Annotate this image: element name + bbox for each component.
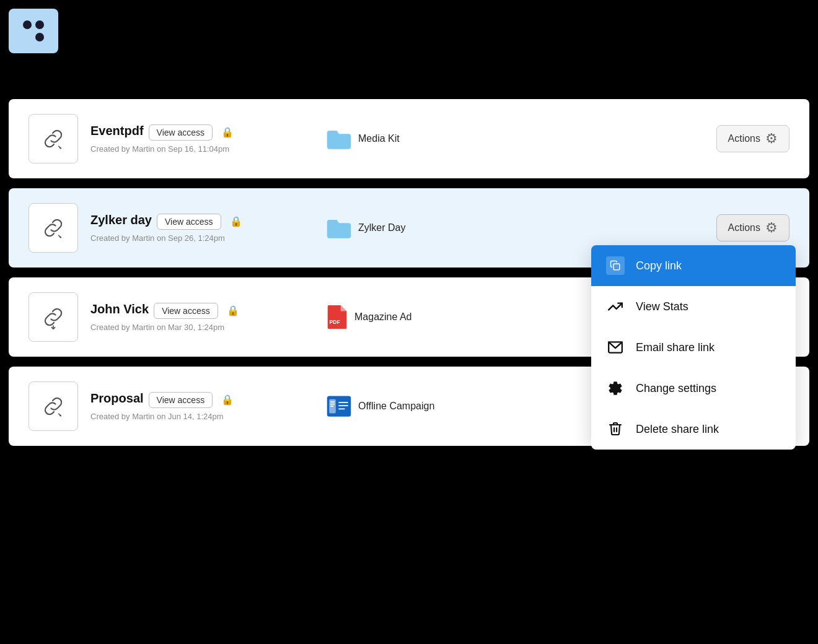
row-info: Proposal View access 🔒 Created by Martin… <box>90 391 289 421</box>
link-icon-box <box>29 292 78 342</box>
link-icon <box>40 304 66 330</box>
row-title: John Vick <box>90 302 149 316</box>
logo-dot-2 <box>35 20 44 29</box>
folder-icon <box>326 217 352 238</box>
main-content: Eventpdf View access 🔒 Created by Martin… <box>9 99 809 456</box>
folder-name: Media Kit <box>358 133 400 144</box>
svg-point-5 <box>59 415 61 417</box>
pdf-icon: PDF <box>326 304 348 330</box>
row-info: John Vick View access 🔒 Created by Marti… <box>90 302 289 332</box>
row-meta: Created by Martin on Jun 14, 1:24pm <box>90 412 289 421</box>
delete-share-item[interactable]: Delete share link <box>591 409 796 450</box>
change-settings-item[interactable]: Change settings <box>591 368 796 409</box>
lock-icon: 🔒 <box>227 305 239 316</box>
delete-share-icon <box>606 420 625 438</box>
actions-area: Actions ⚙ Copy link <box>716 214 789 242</box>
row-meta: Created by Martin on Sep 16, 11:04pm <box>90 144 289 154</box>
folder-icon <box>326 128 352 149</box>
svg-point-1 <box>59 237 61 238</box>
actions-area: Actions ⚙ <box>716 125 789 152</box>
trash-svg <box>608 421 623 437</box>
change-settings-icon <box>606 379 625 398</box>
link-icon <box>40 215 66 241</box>
row-info: Eventpdf View access 🔒 Created by Martin… <box>90 124 289 154</box>
lock-icon: 🔒 <box>221 394 234 406</box>
lock-icon: 🔒 <box>221 126 234 138</box>
email-share-icon <box>606 338 625 357</box>
actions-dropdown: Copy link View Stats <box>591 245 796 450</box>
view-stats-label: View Stats <box>636 300 688 313</box>
actions-label: Actions <box>728 222 760 233</box>
row-folder: Zylker Day <box>326 217 716 238</box>
link-icon-box <box>29 381 78 431</box>
folder-name: Magazine Ad <box>354 311 412 323</box>
svg-rect-9 <box>330 404 335 405</box>
copy-link-item[interactable]: Copy link <box>591 245 796 286</box>
copy-link-label: Copy link <box>636 259 682 272</box>
app-logo <box>9 9 58 53</box>
link-icon-box <box>29 114 78 163</box>
email-share-label: Email share link <box>636 341 715 354</box>
logo-dot-4 <box>35 33 44 41</box>
email-svg <box>607 339 623 355</box>
row-access-area: View access 🔒 <box>154 303 239 319</box>
copy-link-icon <box>606 256 625 275</box>
link-icon <box>40 393 66 419</box>
lock-icon: 🔒 <box>230 215 242 227</box>
email-share-item[interactable]: Email share link <box>591 327 796 368</box>
view-access-button[interactable]: View access <box>149 392 213 408</box>
campaign-icon <box>326 394 352 418</box>
actions-button[interactable]: Actions ⚙ <box>716 214 789 242</box>
delete-share-label: Delete share link <box>636 423 719 436</box>
actions-button[interactable]: Actions ⚙ <box>716 125 789 152</box>
view-stats-icon <box>606 297 625 316</box>
row-info: Zylker day View access 🔒 Created by Mart… <box>90 213 289 243</box>
row-folder: Media Kit <box>326 128 716 149</box>
folder-name: Offline Campaign <box>358 401 434 412</box>
row-title: Zylker day <box>90 213 152 227</box>
row-access-area: View access 🔒 <box>149 392 234 408</box>
view-access-button[interactable]: View access <box>157 214 221 230</box>
folder-name: Zylker Day <box>358 222 405 233</box>
row-meta: Created by Martin on Mar 30, 1:24pm <box>90 323 289 332</box>
stats-svg <box>607 298 623 315</box>
copy-svg <box>610 260 621 271</box>
settings-svg <box>607 380 623 396</box>
logo-dot-1 <box>23 20 32 29</box>
svg-rect-10 <box>330 406 333 407</box>
row-meta: Created by Martin on Sep 26, 1:24pm <box>90 233 289 243</box>
logo-dot-3 <box>23 33 32 41</box>
gear-icon: ⚙ <box>765 131 778 147</box>
logo-dots-grid <box>23 20 44 41</box>
row-title: Proposal <box>90 391 144 406</box>
svg-rect-2 <box>614 264 620 270</box>
link-icon-box <box>29 203 78 253</box>
link-icon <box>40 126 66 152</box>
row-access-area: View access 🔒 <box>149 124 234 141</box>
change-settings-label: Change settings <box>636 382 716 395</box>
actions-label: Actions <box>728 133 760 144</box>
svg-rect-8 <box>330 401 335 402</box>
list-row: Zylker day View access 🔒 Created by Mart… <box>9 188 809 268</box>
gear-icon: ⚙ <box>765 220 778 236</box>
svg-text:PDF: PDF <box>330 319 340 325</box>
svg-point-0 <box>59 147 61 149</box>
row-access-area: View access 🔒 <box>157 214 242 230</box>
view-access-button[interactable]: View access <box>149 124 213 141</box>
view-access-button[interactable]: View access <box>154 303 218 319</box>
row-title: Eventpdf <box>90 124 144 138</box>
view-stats-item[interactable]: View Stats <box>591 286 796 327</box>
list-row: Eventpdf View access 🔒 Created by Martin… <box>9 99 809 178</box>
